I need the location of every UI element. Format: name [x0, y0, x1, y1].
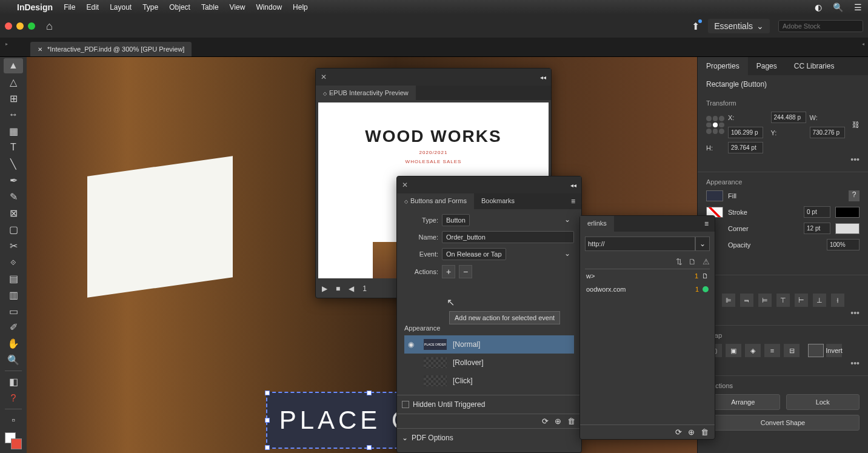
app-name[interactable]: InDesign: [17, 2, 53, 12]
panel-toggle-left[interactable]: ▸: [4, 41, 9, 47]
menu-layout[interactable]: Layout: [110, 3, 132, 12]
fill-stroke-toggle[interactable]: ◧: [4, 374, 23, 389]
workspace-dropdown[interactable]: Essentials ⌄: [708, 19, 770, 33]
add-action-icon[interactable]: +: [442, 265, 455, 278]
help-icon[interactable]: ?: [4, 391, 23, 406]
buttons-forms-tab[interactable]: ◇Buttons and Forms: [397, 193, 474, 209]
distribute-icon[interactable]: ⫲: [831, 294, 844, 307]
close-window-icon[interactable]: [5, 22, 12, 30]
hyperlink-row[interactable]: w> 1 🗋: [585, 269, 710, 283]
collapse-panel-icon[interactable]: ◂◂: [570, 182, 576, 189]
align-bottom-icon[interactable]: ⊥: [813, 294, 826, 307]
menu-type[interactable]: Type: [142, 3, 158, 12]
new-icon[interactable]: ⊕: [688, 428, 695, 437]
convert-shape-button[interactable]: Convert Shape: [706, 415, 860, 431]
adobe-stock-search[interactable]: [778, 20, 863, 32]
h-input[interactable]: [728, 142, 763, 153]
panel-menu-icon[interactable]: ≡: [698, 216, 715, 232]
minimize-window-icon[interactable]: [16, 22, 24, 30]
menu-table[interactable]: Table: [201, 3, 219, 12]
wrap-shape-icon[interactable]: ◈: [745, 344, 761, 357]
url-dropdown-icon[interactable]: ⌄: [695, 237, 710, 251]
align-vcenter-icon[interactable]: ⊢: [795, 294, 808, 307]
stroke-weight-input[interactable]: [804, 206, 830, 218]
direct-selection-tool[interactable]: △: [4, 75, 23, 90]
remove-action-icon[interactable]: −: [459, 265, 472, 278]
corner-style-dropdown[interactable]: [835, 223, 860, 234]
play-icon[interactable]: ▶: [322, 284, 327, 293]
wrap-bbox-icon[interactable]: ▣: [726, 344, 741, 357]
menu-window[interactable]: Window: [256, 3, 282, 12]
stroke-style-dropdown[interactable]: [835, 207, 860, 218]
refresh-icon[interactable]: ⟳: [542, 417, 549, 426]
new-icon[interactable]: ⊕: [555, 417, 561, 426]
state-normal-row[interactable]: ◉ PLACE ORDER [Normal]: [404, 335, 574, 354]
epub-tab[interactable]: ◇EPUB Interactivity Preview: [316, 86, 416, 100]
align-hcenter-icon[interactable]: ⫬: [740, 294, 753, 307]
question-icon[interactable]: ?: [849, 190, 860, 201]
page-tool[interactable]: ⊞: [4, 91, 23, 106]
gradient-swatch-tool[interactable]: ▤: [4, 271, 23, 286]
free-transform-tool[interactable]: ⟐: [4, 255, 23, 270]
event-dropdown[interactable]: On Release or Tap: [442, 248, 506, 260]
fill-stroke-swatch[interactable]: [5, 432, 22, 449]
collapse-panel-icon[interactable]: ◂◂: [540, 74, 546, 81]
corner-input[interactable]: [804, 223, 830, 234]
rectangle-frame-tool[interactable]: ⊠: [4, 206, 23, 221]
pencil-tool[interactable]: ✎: [4, 189, 23, 204]
menu-object[interactable]: Object: [169, 3, 190, 12]
maximize-window-icon[interactable]: [28, 22, 35, 30]
panel-toggle-right[interactable]: ◂: [862, 41, 864, 47]
arrange-button[interactable]: Arrange: [706, 394, 780, 410]
trash-icon[interactable]: 🗑: [567, 417, 575, 426]
fill-swatch[interactable]: [706, 190, 723, 201]
w-input[interactable]: [728, 127, 763, 138]
x-input[interactable]: [771, 112, 806, 123]
tab-pages[interactable]: Pages: [748, 57, 786, 75]
opacity-input[interactable]: [827, 239, 860, 250]
wrap-column-icon[interactable]: ⊟: [784, 344, 800, 357]
prev-page-icon[interactable]: ◀: [349, 284, 354, 293]
sort-icon[interactable]: ⇅: [676, 257, 683, 266]
menu-list-icon[interactable]: ☰: [854, 2, 862, 12]
visibility-icon[interactable]: ◉: [408, 340, 418, 349]
menu-help[interactable]: Help: [293, 3, 308, 12]
transform-more-icon[interactable]: •••: [706, 153, 860, 166]
hyperlink-row[interactable]: oodworx.com 1: [585, 283, 710, 296]
zoom-tool[interactable]: 🔍: [4, 352, 23, 367]
home-icon[interactable]: ⌂: [46, 20, 53, 33]
lock-button[interactable]: Lock: [786, 394, 860, 410]
hand-tool[interactable]: ✋: [4, 336, 23, 351]
state-click-row[interactable]: [Click]: [404, 372, 574, 390]
tab-cc-libraries[interactable]: CC Libraries: [786, 57, 843, 75]
y-input[interactable]: [810, 127, 845, 138]
new-hyperlink-icon[interactable]: 🗋: [689, 257, 696, 266]
note-tool[interactable]: ▭: [4, 304, 23, 319]
hidden-checkbox[interactable]: [402, 401, 409, 408]
align-left-icon[interactable]: ⊫: [722, 294, 735, 307]
wrap-jump-icon[interactable]: ≡: [764, 344, 780, 357]
stop-icon[interactable]: ■: [336, 284, 340, 293]
name-input[interactable]: [442, 231, 574, 243]
creative-cloud-icon[interactable]: ◐: [815, 2, 822, 12]
spotlight-icon[interactable]: 🔍: [833, 2, 843, 12]
scissors-tool[interactable]: ✂: [4, 238, 23, 253]
close-panel-icon[interactable]: ✕: [402, 181, 408, 189]
pen-tool[interactable]: ✒: [4, 173, 23, 188]
url-input[interactable]: [585, 237, 695, 251]
share-icon[interactable]: ⬆: [692, 21, 699, 32]
gradient-feather-tool[interactable]: ▥: [4, 287, 23, 303]
eyedropper-tool[interactable]: ✐: [4, 320, 23, 335]
state-rollover-row[interactable]: [Rollover]: [404, 354, 574, 372]
close-tab-icon[interactable]: ✕: [38, 46, 42, 53]
type-tool[interactable]: T: [4, 140, 23, 155]
align-top-icon[interactable]: ⊤: [776, 294, 790, 307]
trash-icon[interactable]: 🗑: [701, 428, 709, 437]
panel-menu-icon[interactable]: ≡: [565, 193, 581, 209]
type-dropdown[interactable]: Button: [442, 214, 470, 226]
content-collector-tool[interactable]: ▦: [4, 124, 23, 139]
reference-point[interactable]: [706, 116, 724, 134]
view-mode-toggle[interactable]: ▫: [4, 412, 23, 428]
align-more-icon[interactable]: •••: [706, 307, 860, 319]
rectangle-tool[interactable]: ▢: [4, 222, 23, 237]
